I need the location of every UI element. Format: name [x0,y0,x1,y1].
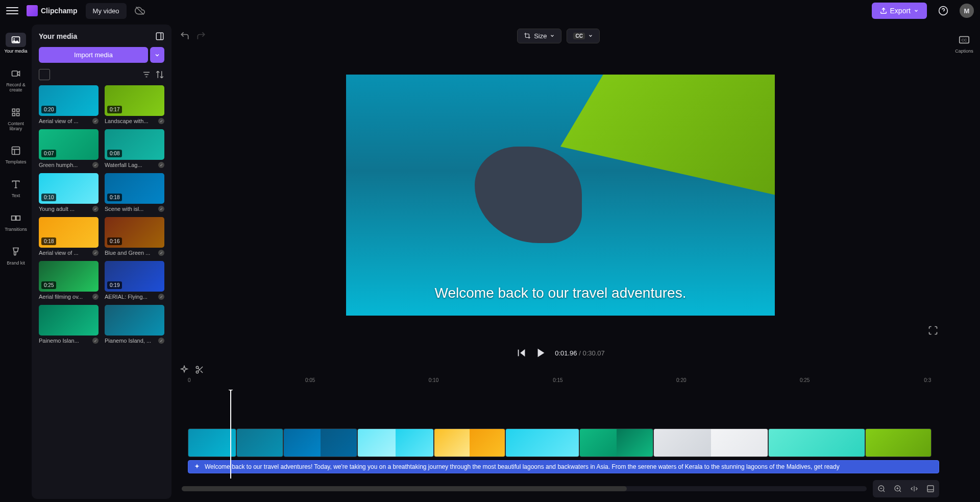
templates-icon [6,144,26,158]
svg-marker-24 [520,349,525,357]
media-item[interactable]: 0:25Aerial filming ov...✓ [39,261,99,300]
help-button[interactable] [936,4,950,18]
svg-rect-17 [12,216,16,220]
video-clip[interactable] [434,428,505,457]
media-item[interactable]: 0:16Blue and Green ...✓ [105,217,164,256]
media-item[interactable]: Painemo Islan...✓ [39,305,99,344]
in-timeline-icon: ✓ [158,118,164,124]
crop-icon [524,32,531,39]
sidebar-item-text[interactable]: Text [2,172,30,204]
sidebar-item-your-media[interactable]: Your media [2,28,30,59]
sidebar-item-templates[interactable]: Templates [2,138,30,170]
chevron-down-icon [588,33,593,38]
video-clip[interactable] [357,428,434,457]
previous-frame-button[interactable] [516,347,527,358]
svg-marker-26 [538,349,545,357]
text-icon [6,177,26,192]
chevron-down-icon [550,33,555,38]
editor-toolbar: Size CC [176,25,945,47]
cloud-sync-off-icon[interactable] [135,6,145,16]
play-button[interactable] [535,347,547,358]
video-clip[interactable] [283,428,357,457]
video-clip[interactable] [653,428,768,457]
media-item[interactable]: 0:08Waterfall Lag...✓ [105,129,164,168]
media-grid: 0:20Aerial view of ...✓ 0:17Landscape wi… [39,85,164,344]
media-panel: Your media Import media 0:20Aerial view … [32,25,172,499]
captions-button[interactable]: CC [567,29,599,43]
video-track[interactable] [188,428,939,457]
export-button[interactable]: Export [872,3,927,19]
in-timeline-icon: ✓ [92,338,99,344]
redo-button[interactable] [196,31,206,41]
select-all-checkbox[interactable] [39,69,50,80]
media-item[interactable]: 0:20Aerial view of ...✓ [39,85,99,124]
cc-icon: CC [954,33,974,47]
video-clip[interactable] [505,428,579,457]
zoom-out-button[interactable] [875,482,888,495]
timeline-tracks[interactable]: Welcome back to our travel adventures! T… [182,390,939,479]
video-clip[interactable] [768,428,865,457]
sidebar-item-content-library[interactable]: Content library [2,100,30,137]
in-timeline-icon: ✓ [92,118,99,124]
playhead[interactable] [230,390,231,479]
brand-kit-icon [6,245,26,259]
video-clip[interactable] [865,428,932,457]
topbar: Clipchamp My video Export M [0,0,980,21]
in-timeline-icon: ✓ [92,250,99,256]
size-button[interactable]: Size [517,29,561,43]
media-item[interactable]: 0:19AERIAL: Flying...✓ [105,261,164,300]
collapse-panel-icon[interactable] [155,32,164,41]
svg-text:CC: CC [962,38,967,42]
split-button[interactable] [195,365,204,374]
timeline-ruler[interactable]: 0 0:05 0:10 0:15 0:20 0:25 0:3 [182,376,939,387]
sort-button[interactable] [155,70,164,79]
menu-button[interactable] [6,5,18,17]
preview-canvas[interactable]: Welcome back to our travel adventures. [346,75,775,316]
main-area: Your media Record & create Content libra… [0,21,980,502]
svg-line-36 [899,490,901,492]
video-clip[interactable] [236,428,283,457]
fullscreen-button[interactable] [928,325,938,336]
project-name-button[interactable]: My video [86,3,127,19]
zoom-in-button[interactable] [891,482,904,495]
media-item[interactable]: Pianemo Island, ...✓ [105,305,164,344]
video-clip[interactable] [188,428,236,457]
filter-button[interactable] [142,70,151,79]
in-timeline-icon: ✓ [158,250,164,256]
preview-area: Welcome back to our travel adventures. [176,47,945,343]
svg-line-31 [198,368,200,370]
svg-point-28 [196,371,199,373]
audio-track[interactable]: Welcome back to our travel adventures! T… [188,460,939,473]
camera-icon [6,66,26,81]
sidebar-item-record-create[interactable]: Record & create [2,61,30,98]
media-item[interactable]: 0:10Young adult ...✓ [39,173,99,212]
undo-button[interactable] [180,31,190,41]
app-logo[interactable]: Clipchamp [27,5,78,16]
avatar[interactable]: M [960,4,974,18]
import-media-button[interactable]: Import media [39,47,148,63]
media-item[interactable]: 0:07Green humph...✓ [39,129,99,168]
transitions-icon [6,211,26,225]
timeline-scrollbar[interactable] [182,486,867,491]
in-timeline-icon: ✓ [92,294,99,300]
sidebar-item-transitions[interactable]: Transitions [2,206,30,237]
audio-icon [193,463,201,470]
timeline: 0 0:05 0:10 0:15 0:20 0:25 0:3 [176,376,945,499]
video-clip[interactable] [579,428,653,457]
sidebar-item-brand-kit[interactable]: Brand kit [2,240,30,271]
auto-enhance-button[interactable] [180,365,189,374]
caption-overlay: Welcome back to our travel adventures. [435,285,687,301]
library-icon [6,105,26,119]
media-panel-title: Your media [39,32,77,40]
in-timeline-icon: ✓ [92,162,99,168]
expand-tracks-button[interactable] [924,482,937,495]
media-item[interactable]: 0:17Landscape with...✓ [105,85,164,124]
fit-timeline-button[interactable] [908,482,921,495]
svg-rect-9 [17,109,19,111]
media-item[interactable]: 0:18Aerial view of ...✓ [39,217,99,256]
in-timeline-icon: ✓ [92,206,99,212]
import-media-dropdown[interactable] [150,47,164,63]
svg-rect-8 [12,109,15,111]
sidebar-item-captions[interactable]: CC Captions [950,28,978,59]
media-item[interactable]: 0:18Scene with isl...✓ [105,173,164,212]
